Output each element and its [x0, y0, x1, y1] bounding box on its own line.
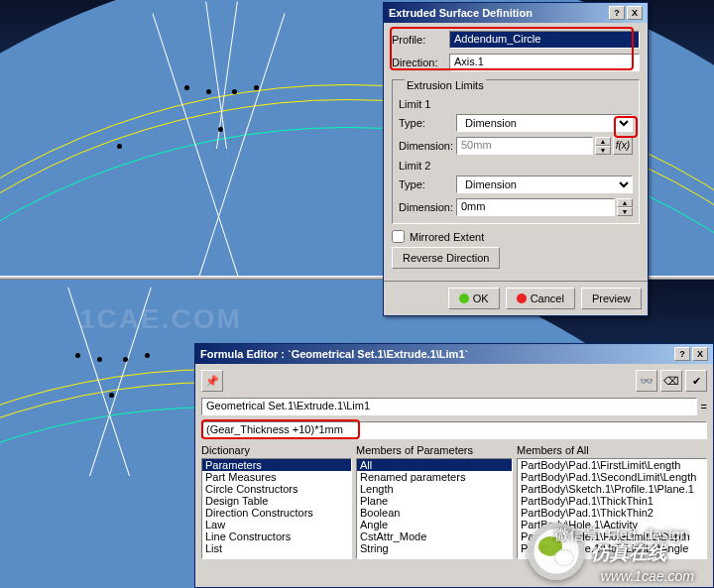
- limit2-label: Limit 2: [399, 160, 633, 172]
- close-button[interactable]: X: [692, 347, 708, 361]
- members-parameters-label: Members of Parameters: [356, 442, 513, 458]
- dimension-label: Dimension:: [399, 201, 456, 213]
- list-item[interactable]: Law: [202, 519, 351, 530]
- help-button[interactable]: ?: [674, 347, 690, 361]
- equals-label: =: [701, 401, 707, 412]
- sketch-point: [184, 85, 189, 90]
- list-item[interactable]: Plane: [357, 495, 512, 507]
- spinner[interactable]: ▲▼: [617, 198, 633, 216]
- list-item[interactable]: List: [202, 542, 351, 554]
- list-item[interactable]: Design Table: [202, 495, 351, 507]
- ok-icon: [459, 294, 469, 303]
- list-item[interactable]: PartBody\Sketch.1\Profile.1\Plane.1: [518, 483, 706, 495]
- sketch-point: [206, 89, 211, 94]
- sketch-point: [254, 85, 259, 90]
- profile-label: Profile:: [392, 34, 449, 46]
- list-item[interactable]: Part Measures: [202, 471, 351, 483]
- list-item[interactable]: All: [357, 459, 512, 471]
- dialog-titlebar[interactable]: Extruded Surface Definition ? X: [384, 3, 648, 23]
- limit2-dimension-field[interactable]: 0mm: [456, 198, 615, 216]
- type-label: Type:: [399, 117, 456, 129]
- list-item[interactable]: Direction Constructors: [202, 507, 351, 519]
- formula-field[interactable]: (Gear_Thickness +10)*1mm: [201, 421, 707, 439]
- toolbar-erase-button[interactable]: ⌫: [660, 370, 682, 392]
- list-item[interactable]: Length: [357, 483, 512, 495]
- cancel-icon: [517, 294, 527, 303]
- pin-icon: 📌: [205, 375, 219, 388]
- limit1-label: Limit 1: [399, 98, 633, 110]
- sketch-point: [97, 357, 102, 362]
- cancel-button[interactable]: Cancel: [506, 288, 575, 309]
- sketch-point: [109, 393, 114, 398]
- limit1-type-select[interactable]: Dimension: [456, 114, 633, 132]
- check-icon: ✔: [692, 375, 701, 388]
- mirrored-label: Mirrored Extent: [410, 231, 484, 243]
- list-item[interactable]: PartBody\Pad.1\SecondLimit\Length: [518, 471, 706, 483]
- limit2-type-select[interactable]: Dimension: [456, 176, 633, 193]
- help-button[interactable]: ?: [609, 6, 625, 20]
- sketch-point: [123, 357, 128, 362]
- dialog-title: Formula Editor : `Geometrical Set.1\Extr…: [200, 348, 468, 360]
- ok-button[interactable]: OK: [448, 288, 500, 309]
- members-all-label: Members of All: [517, 442, 707, 458]
- list-item[interactable]: Line Constructors: [202, 530, 351, 542]
- sketch-point: [75, 353, 80, 358]
- dialog-titlebar[interactable]: Formula Editor : `Geometrical Set.1\Extr…: [195, 344, 713, 364]
- extruded-surface-dialog: Extruded Surface Definition ? X Profile:…: [383, 2, 649, 316]
- watermark: 1CAE.COM: [79, 303, 242, 335]
- spinner[interactable]: ▲▼: [595, 137, 611, 155]
- profile-field[interactable]: Addendum_Circle: [449, 31, 640, 49]
- extrusion-limits-fieldset: Extrusion Limits Limit 1 Type: Dimension…: [392, 79, 640, 224]
- direction-field[interactable]: Axis.1: [449, 54, 640, 71]
- reverse-direction-button[interactable]: Reverse Direction: [392, 247, 500, 269]
- sketch-point: [232, 89, 237, 94]
- site-name: 仿真在线: [591, 540, 666, 566]
- mirrored-extent-checkbox[interactable]: Mirrored Extent: [392, 230, 640, 243]
- mirrored-checkbox-input[interactable]: [392, 230, 405, 243]
- dictionary-label: Dictionary: [201, 442, 352, 458]
- site-url: www.1cae.com: [601, 568, 694, 584]
- list-item[interactable]: PartBody\Pad.1\ThickThin2: [518, 507, 706, 519]
- toolbar-icon[interactable]: 📌: [201, 370, 223, 392]
- eraser-icon: ⌫: [663, 375, 679, 388]
- glasses-icon: 👓: [640, 375, 654, 388]
- dictionary-listbox[interactable]: ParametersPart MeasuresCircle Constructo…: [201, 458, 352, 559]
- list-item[interactable]: Angle: [357, 519, 512, 530]
- list-item[interactable]: PartBody\Pad.1\ThickThin1: [518, 495, 706, 507]
- dialog-title: Extruded Surface Definition: [389, 7, 533, 19]
- formula-button[interactable]: f(x): [613, 137, 633, 155]
- list-item[interactable]: Boolean: [357, 507, 512, 519]
- list-item[interactable]: Parameters: [202, 459, 351, 471]
- list-item[interactable]: PartBody\Pad.1\FirstLimit\Length: [518, 459, 706, 471]
- toolbar-check-button[interactable]: ✔: [685, 370, 707, 392]
- toolbar-glasses-button[interactable]: 👓: [636, 370, 657, 392]
- limit1-dimension-field[interactable]: 50mm: [456, 137, 593, 155]
- dimension-label: Dimension:: [399, 140, 456, 152]
- sketch-point: [117, 144, 122, 149]
- list-item[interactable]: Renamed parameters: [357, 471, 512, 483]
- direction-label: Direction:: [392, 57, 449, 68]
- list-item[interactable]: CstAttr_Mode: [357, 530, 512, 542]
- close-button[interactable]: X: [627, 6, 643, 20]
- fieldset-title: Extrusion Limits: [405, 79, 486, 91]
- sketch-point: [145, 353, 150, 358]
- list-item[interactable]: String: [357, 542, 512, 554]
- list-item[interactable]: Circle Constructors: [202, 483, 351, 495]
- sketch-point: [218, 127, 223, 132]
- preview-button[interactable]: Preview: [581, 288, 642, 309]
- members-parameters-listbox[interactable]: AllRenamed parametersLengthPlaneBooleanA…: [356, 458, 513, 559]
- type-label: Type:: [399, 178, 456, 190]
- parameter-path-field[interactable]: Geometrical Set.1\Extrude.1\Lim1: [201, 398, 697, 415]
